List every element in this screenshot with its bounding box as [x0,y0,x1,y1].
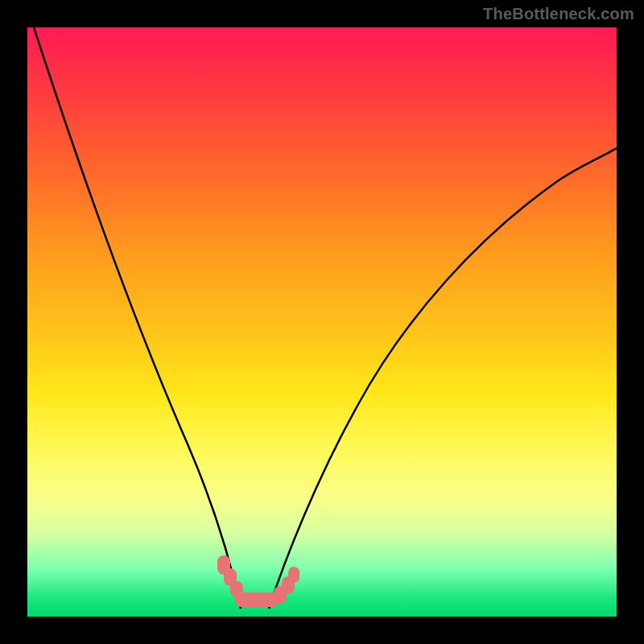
marker-blob [288,567,299,583]
curve-right-branch [269,148,617,609]
bottleneck-curve [27,27,617,617]
watermark-text: TheBottleneck.com [483,5,634,23]
plot-area [27,27,617,617]
marker-blob [235,592,279,607]
chart-frame: TheBottleneck.com [0,0,644,644]
curve-left-branch [34,27,241,609]
